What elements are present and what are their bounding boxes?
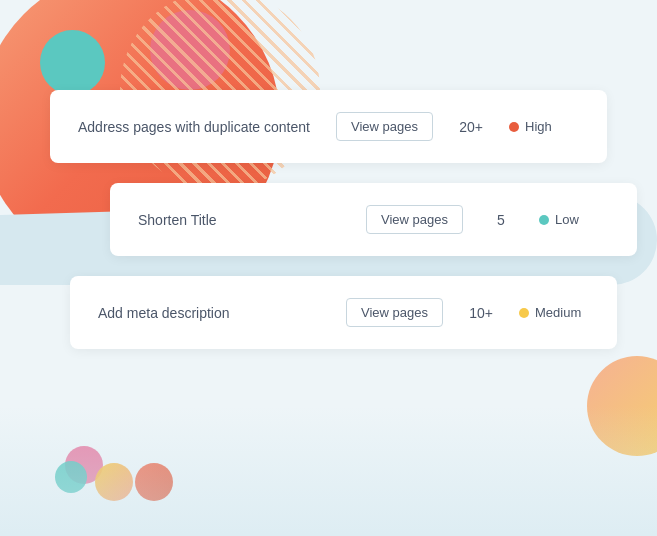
circle-teal	[40, 30, 105, 95]
status-dot-low	[539, 215, 549, 225]
card-actions-1: View pages 20+ High	[336, 112, 579, 141]
wave-bottom	[0, 406, 657, 536]
card-duplicate-content: Address pages with duplicate content Vie…	[50, 90, 607, 163]
circles-bottom-left-group	[55, 446, 105, 496]
card-label-2: Shorten Title	[138, 212, 366, 228]
card-actions-2: View pages 5 Low	[366, 205, 609, 234]
view-pages-button-3[interactable]: View pages	[346, 298, 443, 327]
card-shorten-title: Shorten Title View pages 5 Low	[110, 183, 637, 256]
circle-teal-bottom	[55, 461, 87, 493]
card-count-1: 20+	[453, 119, 489, 135]
view-pages-button-1[interactable]: View pages	[336, 112, 433, 141]
card-status-3: Medium	[519, 305, 589, 320]
card-status-2: Low	[539, 212, 609, 227]
status-dot-high	[509, 122, 519, 132]
card-count-3: 10+	[463, 305, 499, 321]
status-label-2: Low	[555, 212, 579, 227]
circle-pink-bottom	[65, 446, 103, 484]
card-label-3: Add meta description	[98, 305, 346, 321]
circle-orange-bottom	[95, 463, 133, 501]
circle-bottom-right	[587, 356, 657, 456]
circles-bottom-row	[95, 463, 173, 501]
status-dot-medium	[519, 308, 529, 318]
status-label-3: Medium	[535, 305, 581, 320]
circle-pink-top	[150, 10, 230, 90]
cards-container: Address pages with duplicate content Vie…	[80, 90, 637, 349]
status-label-1: High	[525, 119, 552, 134]
circle-red-bottom	[135, 463, 173, 501]
card-status-1: High	[509, 119, 579, 134]
card-actions-3: View pages 10+ Medium	[346, 298, 589, 327]
card-label-1: Address pages with duplicate content	[78, 119, 336, 135]
card-count-2: 5	[483, 212, 519, 228]
card-meta-description: Add meta description View pages 10+ Medi…	[70, 276, 617, 349]
view-pages-button-2[interactable]: View pages	[366, 205, 463, 234]
